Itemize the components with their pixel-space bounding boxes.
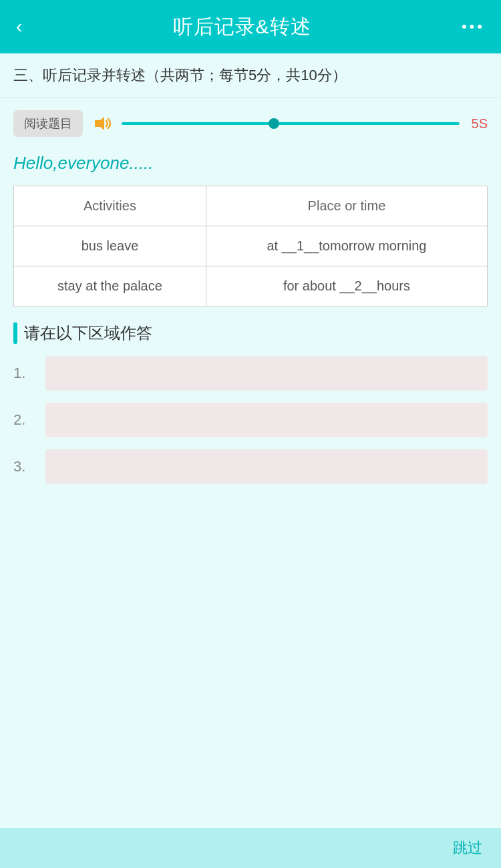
app-header: ‹ 听后记录&转述 •••: [0, 0, 501, 53]
answer-input-2[interactable]: [45, 403, 488, 437]
answer-row-1: 1.: [13, 356, 488, 391]
row2-place-time: for about __2__hours: [206, 266, 487, 306]
greeting-text: Hello,everyone.....: [13, 153, 488, 174]
table-header-row: Activities Place or time: [14, 186, 488, 226]
skip-button[interactable]: 跳过: [453, 838, 482, 858]
read-button[interactable]: 阅读题目: [13, 110, 83, 137]
content-area: 阅读题目 5S Hello,everyone..... Activities P…: [0, 98, 501, 833]
col-place-or-time: Place or time: [206, 186, 487, 226]
answer-input-1[interactable]: [45, 356, 488, 391]
answer-label-row: 请在以下区域作答: [13, 322, 488, 344]
subtitle-text: 三、听后记录并转述（共两节；每节5分，共10分）: [13, 67, 347, 83]
answer-num-1: 1.: [13, 365, 37, 382]
speaker-icon[interactable]: [91, 114, 114, 133]
table-row: stay at the palace for about __2__hours: [14, 266, 488, 306]
answer-bar-accent: [13, 322, 17, 344]
progress-track[interactable]: [122, 122, 460, 125]
subtitle-bar: 三、听后记录并转述（共两节；每节5分，共10分）: [0, 53, 501, 98]
row2-activity: stay at the palace: [14, 266, 206, 306]
row1-place-time: at __1__tomorrow morning: [206, 226, 487, 266]
answer-row-2: 2.: [13, 403, 488, 437]
row1-activity: bus leave: [14, 226, 206, 266]
answer-input-3[interactable]: [45, 449, 488, 484]
page-title: 听后记录&转述: [173, 13, 311, 41]
answer-num-3: 3.: [13, 458, 37, 475]
timer-display: 5S: [468, 116, 488, 132]
answer-row-3: 3.: [13, 449, 488, 484]
progress-thumb: [269, 118, 279, 129]
audio-bar: 阅读题目 5S: [13, 98, 488, 148]
answer-num-2: 2.: [13, 411, 37, 429]
bottom-bar: 跳过: [0, 828, 501, 868]
back-button[interactable]: ‹: [16, 16, 22, 37]
answer-section-label: 请在以下区域作答: [24, 322, 152, 344]
svg-marker-0: [95, 117, 104, 130]
table-row: bus leave at __1__tomorrow morning: [14, 226, 488, 266]
col-activities: Activities: [14, 186, 206, 226]
activity-table: Activities Place or time bus leave at __…: [13, 186, 488, 306]
more-button[interactable]: •••: [462, 18, 485, 35]
